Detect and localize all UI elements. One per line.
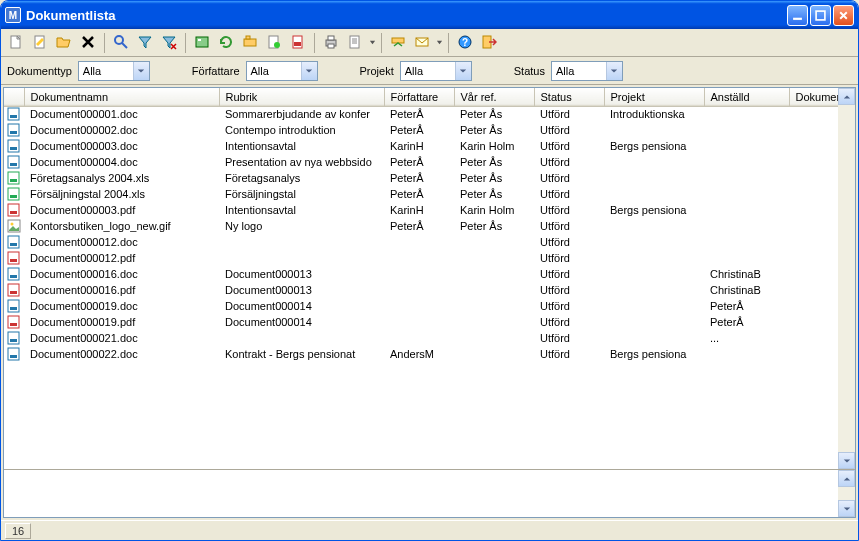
column-header-project[interactable]: Projekt: [604, 88, 704, 106]
toolbar-separator: [104, 33, 105, 53]
scroll-down-button[interactable]: [838, 452, 855, 469]
page-setup-button[interactable]: [344, 32, 366, 54]
attach-button[interactable]: [263, 32, 285, 54]
toolbar-separator: [314, 33, 315, 53]
cell-docno: 9: [789, 202, 838, 218]
cell-name: Document000003.pdf: [24, 202, 219, 218]
preview-scrollbar[interactable]: [838, 470, 855, 517]
cell-author: PeterÅ: [384, 218, 454, 234]
cell-title: Contempo introduktion: [219, 122, 384, 138]
cell-status: Utförd: [534, 298, 604, 314]
scroll-up-button[interactable]: [838, 470, 855, 487]
cell-ourref: Karin Holm: [454, 202, 534, 218]
cell-title: Kontrakt - Bergs pensionat: [219, 346, 384, 362]
column-header-status[interactable]: Status: [534, 88, 604, 106]
table-row[interactable]: Kontorsbutiken_logo_new.gifNy logoPeterÅ…: [4, 218, 838, 234]
filter-clear-button[interactable]: [158, 32, 180, 54]
scroll-up-button[interactable]: [838, 88, 855, 105]
document-grid[interactable]: Dokumentnamn Rubrik Författare Vår ref. …: [4, 88, 838, 469]
table-row[interactable]: Document000021.docUtförd...21: [4, 330, 838, 346]
svg-point-4: [115, 36, 123, 44]
cell-project: Bergs pensiona: [604, 346, 704, 362]
table-row[interactable]: Företagsanalys 2004.xlsFöretagsanalysPet…: [4, 170, 838, 186]
delete-button[interactable]: [77, 32, 99, 54]
cell-status: Utförd: [534, 234, 604, 250]
table-row[interactable]: Document000019.docDocument000014UtfördPe…: [4, 298, 838, 314]
cell-ourref: Peter Ås: [454, 186, 534, 202]
refresh-button[interactable]: [215, 32, 237, 54]
table-row[interactable]: Document000003.docIntentionsavtalKarinHK…: [4, 138, 838, 154]
table-row[interactable]: Försäljningstal 2004.xlsFörsäljningstalP…: [4, 186, 838, 202]
column-header-ourref[interactable]: Vår ref.: [454, 88, 534, 106]
cell-ourref: Peter Ås: [454, 218, 534, 234]
column-header-employee[interactable]: Anställd: [704, 88, 789, 106]
table-row[interactable]: Document000016.docDocument000013UtfördCh…: [4, 266, 838, 282]
cell-title: Presentation av nya webbsido: [219, 154, 384, 170]
column-header-docno[interactable]: Dokument-nr: [789, 88, 838, 106]
table-row[interactable]: Document000012.docUtförd12: [4, 234, 838, 250]
cell-status: Utförd: [534, 218, 604, 234]
svg-rect-45: [10, 291, 17, 294]
scroll-down-button[interactable]: [838, 500, 855, 517]
cell-author: PeterÅ: [384, 106, 454, 122]
svg-rect-43: [10, 275, 17, 278]
link-button[interactable]: [239, 32, 261, 54]
filter-project-combo[interactable]: Alla: [400, 61, 472, 81]
table-row[interactable]: Document000022.docKontrakt - Bergs pensi…: [4, 346, 838, 362]
refresh-icon: [218, 34, 234, 52]
vertical-scrollbar[interactable]: [838, 88, 855, 469]
pdf-button[interactable]: [287, 32, 309, 54]
column-header-title[interactable]: Rubrik: [219, 88, 384, 106]
cell-ourref: [454, 282, 534, 298]
search-button[interactable]: [110, 32, 132, 54]
cell-title: Sommarerbjudande av konfer: [219, 106, 384, 122]
status-count: 16: [5, 523, 31, 539]
maximize-button[interactable]: [810, 5, 831, 26]
cell-employee: [704, 170, 789, 186]
table-row[interactable]: Document000001.docSommarerbjudande av ko…: [4, 106, 838, 122]
filter-author-combo[interactable]: Alla: [246, 61, 318, 81]
chevron-down-icon: [301, 62, 317, 80]
table-row[interactable]: Document000019.pdfDocument000014UtfördPe…: [4, 314, 838, 330]
filter-type-combo[interactable]: Alla: [78, 61, 150, 81]
help-button[interactable]: ?: [454, 32, 476, 54]
table-row[interactable]: Document000016.pdfDocument000013UtfördCh…: [4, 282, 838, 298]
edit-button[interactable]: [29, 32, 51, 54]
column-header-icon[interactable]: [4, 88, 24, 106]
table-row[interactable]: Document000003.pdfIntentionsavtalKarinHK…: [4, 202, 838, 218]
column-header-author[interactable]: Författare: [384, 88, 454, 106]
dropdown-arrow-icon[interactable]: [368, 39, 376, 46]
table-row[interactable]: Document000012.pdfUtförd13: [4, 250, 838, 266]
cell-project: [604, 250, 704, 266]
exit-button[interactable]: [478, 32, 500, 54]
folder-open-button[interactable]: [53, 32, 75, 54]
export-button[interactable]: [191, 32, 213, 54]
cell-project: [604, 218, 704, 234]
exit-icon: [481, 34, 497, 52]
filter-status-combo[interactable]: Alla: [551, 61, 623, 81]
close-button[interactable]: [833, 5, 854, 26]
svg-rect-32: [8, 188, 19, 200]
print-button[interactable]: [320, 32, 342, 54]
filter-button[interactable]: [134, 32, 156, 54]
cell-author: PeterÅ: [384, 170, 454, 186]
svg-rect-27: [10, 147, 17, 150]
cell-ourref: [454, 250, 534, 266]
mail-button[interactable]: [411, 32, 433, 54]
send-button[interactable]: [387, 32, 409, 54]
table-row[interactable]: Document000004.docPresentation av nya we…: [4, 154, 838, 170]
column-header-name[interactable]: Dokumentnamn: [24, 88, 219, 106]
file-type-icon: [4, 330, 24, 346]
cell-author: [384, 298, 454, 314]
scroll-track[interactable]: [838, 105, 855, 452]
dropdown-arrow-icon[interactable]: [435, 39, 443, 46]
minimize-button[interactable]: [787, 5, 808, 26]
help-icon: ?: [457, 34, 473, 52]
table-row[interactable]: Document000002.docContempo introduktionP…: [4, 122, 838, 138]
file-type-icon: [4, 250, 24, 266]
new-button[interactable]: [5, 32, 27, 54]
svg-rect-24: [8, 124, 19, 136]
cell-ourref: [454, 346, 534, 362]
cell-author: [384, 282, 454, 298]
cell-status: Utförd: [534, 106, 604, 122]
